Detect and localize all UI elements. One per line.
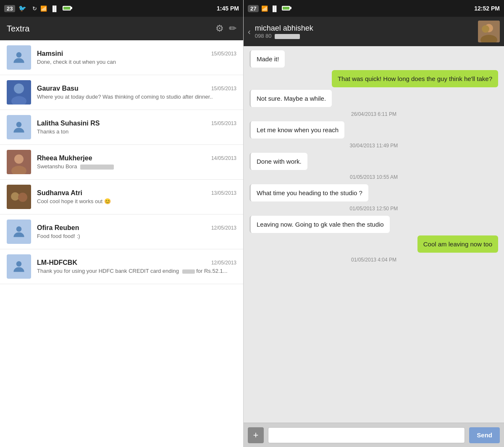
status-bar-left: 23 🐦 ↻ 📶 ▐▌ 1:45 PM [0,0,243,17]
message-bubble: Leaving now. Going to gk vale then the s… [249,216,390,233]
contact-info: Hamsini 15/05/2013 Done, check it out wh… [37,50,236,65]
contact-row: Lalitha Suhasini RS 15/05/2013 [37,120,236,127]
signal-icon: ▐▌ [50,5,58,12]
signal-icon-right: ▐▌ [270,5,278,12]
avatar [7,254,31,279]
contact-name: Gaurav Basu [37,85,79,92]
wifi-icon: 📶 [40,5,47,12]
contact-row: Hamsini 15/05/2013 [37,50,236,58]
contact-list: Hamsini 15/05/2013 Done, check it out wh… [0,40,243,447]
contact-info: Sudhanva Atri 13/05/2013 Cool cool hope … [37,189,236,204]
svg-point-15 [482,25,489,33]
chat-avatar [478,21,500,42]
blurred-content [182,269,195,274]
message-text: Let me know when you reach [257,126,339,133]
list-item[interactable]: Ofira Reuben 12/05/2013 Food food food! … [0,214,243,249]
blurred-content [80,165,114,170]
twitter-icon: 🐦 [18,5,26,12]
chat-input-bar: + Send [244,423,504,447]
avatar [7,45,31,70]
svg-point-9 [11,192,19,201]
send-button[interactable]: Send [469,427,500,443]
contact-preview: Thanks a ton [37,128,236,135]
message-timestamp: 26/04/2013 6:11 PM [249,111,498,117]
avatar [7,115,31,139]
avatar [7,150,31,174]
message-bubble: Let me know when you reach [249,121,344,139]
svg-point-11 [16,226,22,232]
svg-point-0 [16,52,22,58]
contact-row: Ofira Reuben 12/05/2013 [37,224,236,232]
chat-contact-name: michael abhishek [255,24,474,33]
contact-date: 15/05/2013 [211,120,236,126]
message-timestamp: 01/05/2013 10:55 AM [249,174,498,180]
contact-info: Rheea Mukherjee 14/05/2013 Swetanshu Bor… [37,154,236,170]
contact-preview: Done, check it out when you can [37,59,236,65]
message-text: What time you heading to the studio ? [257,189,362,196]
svg-point-6 [14,154,24,164]
chat-header-info: michael abhishek 098 80 [255,24,474,39]
svg-point-4 [16,122,22,127]
contact-row: LM-HDFCBK 12/05/2013 [37,259,236,267]
list-item[interactable]: LM-HDFCBK 12/05/2013 Thank you for using… [0,249,243,284]
contact-info: Gaurav Basu 15/05/2013 Where you at toda… [37,85,236,100]
settings-icon[interactable]: ⚙ [215,23,224,34]
list-item[interactable]: Lalitha Suhasini RS 15/05/2013 Thanks a … [0,110,243,145]
svg-point-2 [14,84,24,94]
contact-name: Lalitha Suhasini RS [37,120,100,127]
contact-name: Sudhanva Atri [37,189,82,197]
svg-point-12 [16,261,22,267]
battery-right [281,5,290,12]
message-input[interactable] [268,427,465,443]
message-timestamp: 01/05/2013 12:50 PM [249,206,498,212]
contact-row: Rheea Mukherjee 14/05/2013 [37,154,236,162]
contact-info: Ofira Reuben 12/05/2013 Food food food! … [37,224,236,239]
message-bubble: What time you heading to the studio ? [249,184,368,201]
battery-left [62,5,71,12]
message-text: Made it! [257,55,279,63]
list-item[interactable]: Gaurav Basu 15/05/2013 Where you at toda… [0,75,243,110]
chat-header: ‹ michael abhishek 098 80 [244,17,504,46]
contact-preview: Cool cool hope it works out 😊 [37,198,236,204]
left-panel: 23 🐦 ↻ 📶 ▐▌ 1:45 PM Textra ⚙ ✏ Hamsini 1… [0,0,244,447]
message-text: Cool am leaving now too [423,240,492,248]
list-item[interactable]: Sudhanva Atri 13/05/2013 Cool cool hope … [0,180,243,214]
app-title: Textra [7,24,210,34]
contact-date: 12/05/2013 [211,260,236,266]
contact-row: Gaurav Basu 15/05/2013 [37,85,236,92]
contact-info: LM-HDFCBK 12/05/2013 Thank you for using… [37,259,236,274]
contact-preview: Food food food! :) [37,233,236,239]
contact-name: Hamsini [37,50,63,58]
list-item[interactable]: Hamsini 15/05/2013 Done, check it out wh… [0,40,243,75]
contact-date: 15/05/2013 [211,51,236,57]
contact-row: Sudhanva Atri 13/05/2013 [37,189,236,197]
time-right: 12:52 PM [474,5,500,12]
svg-point-10 [18,193,27,202]
compose-icon[interactable]: ✏ [229,23,236,34]
status-bar-right: 27 📶 ▐▌ 12:52 PM [244,0,504,17]
contact-date: 13/05/2013 [211,190,236,196]
time-left: 1:45 PM [217,5,239,12]
avatar [7,185,31,209]
app-header: Textra ⚙ ✏ [0,17,243,40]
message-timestamp: 30/04/2013 11:49 PM [249,143,498,149]
message-bubble: Done with work. [249,153,307,170]
notification-badge-right: 27 [248,5,259,12]
chat-contact-number: 098 80 [255,33,474,39]
message-timestamp: 01/05/2013 4:04 PM [249,257,498,263]
message-text: Done with work. [257,158,302,165]
back-button[interactable]: ‹ [248,27,251,37]
contact-name: Rheea Mukherjee [37,154,92,162]
contact-name: LM-HDFCBK [37,259,77,267]
message-bubble: Made it! [249,50,285,68]
message-bubble: That was quick! How long does the guy th… [332,70,498,87]
message-bubble: Cool am leaving now too [417,235,498,253]
contact-preview: Where you at today dude? Was thinking of… [37,94,236,100]
blurred-number [275,34,300,39]
contact-preview: Thank you for using your HDFC bank CREDI… [37,268,236,274]
contact-preview: Swetanshu Bora [37,163,236,170]
contact-date: 12/05/2013 [211,225,236,231]
list-item[interactable]: Rheea Mukherjee 14/05/2013 Swetanshu Bor… [0,145,243,180]
add-attachment-button[interactable]: + [248,427,264,443]
message-text: Leaving now. Going to gk vale then the s… [257,221,384,228]
